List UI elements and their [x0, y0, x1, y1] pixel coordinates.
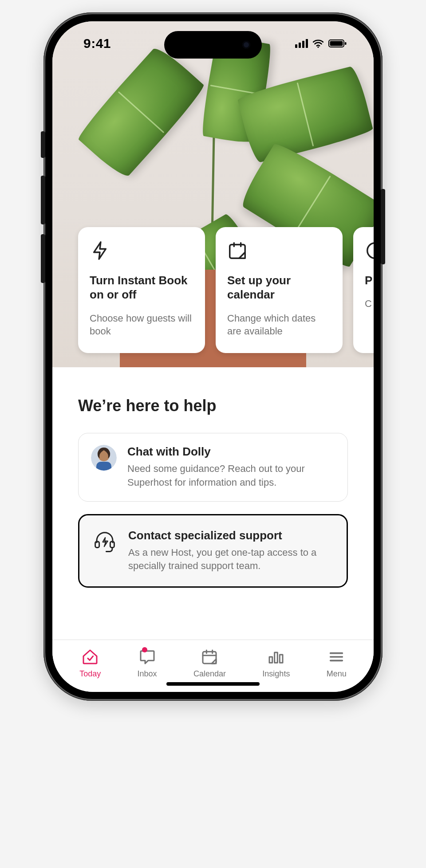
side-button — [381, 189, 385, 264]
battery-icon — [328, 39, 347, 48]
avatar — [91, 445, 117, 471]
cellular-icon — [295, 39, 308, 48]
card-title: Set up your calendar — [227, 273, 331, 302]
tile-chat-dolly[interactable]: Chat with Dolly Need some guidance? Reac… — [78, 433, 348, 502]
side-button — [41, 176, 45, 224]
tab-label: Today — [79, 669, 101, 679]
tab-label: Inbox — [138, 669, 157, 679]
tab-today[interactable]: Today — [79, 648, 101, 679]
tab-label: Insights — [262, 669, 290, 679]
svg-rect-15 — [280, 655, 283, 663]
headset-bolt-icon — [92, 529, 118, 554]
side-button — [41, 131, 45, 158]
screen: 9:41 — [52, 21, 374, 692]
svg-rect-2 — [330, 41, 343, 46]
calendar-icon — [227, 240, 248, 261]
card-title: Turn Instant Book on or off — [90, 273, 193, 302]
svg-rect-3 — [345, 42, 347, 45]
tile-subtitle: Need some guidance? Reach out to your Su… — [127, 462, 335, 490]
circle-icon — [365, 240, 374, 261]
tile-title: Contact specialized support — [128, 529, 334, 542]
svg-rect-13 — [269, 657, 272, 663]
wifi-icon — [312, 39, 324, 48]
bolt-icon — [90, 240, 110, 261]
svg-point-5 — [367, 243, 374, 258]
svg-rect-14 — [275, 652, 278, 663]
card-subtitle: C — [365, 297, 374, 310]
tile-specialized-support[interactable]: Contact specialized support As a new Hos… — [78, 514, 348, 588]
help-heading: We’re here to help — [78, 397, 348, 415]
status-time: 9:41 — [83, 36, 111, 51]
side-button — [41, 234, 45, 283]
tab-calendar[interactable]: Calendar — [193, 648, 226, 679]
phone-frame: 9:41 — [43, 12, 383, 701]
card-instant-book[interactable]: Turn Instant Book on or off Choose how g… — [78, 227, 205, 353]
card-calendar-setup[interactable]: Set up your calendar Change which dates … — [216, 227, 343, 353]
card-peek-next[interactable]: P C — [353, 227, 374, 353]
bar-chart-icon — [267, 648, 285, 666]
card-title: P — [365, 273, 374, 288]
card-subtitle: Choose how guests will book — [90, 312, 193, 338]
home-indicator[interactable] — [166, 682, 260, 686]
tab-insights[interactable]: Insights — [262, 648, 290, 679]
hero: Turn Instant Book on or off Choose how g… — [52, 21, 374, 367]
tab-label: Menu — [327, 669, 347, 679]
help-section: We’re here to help Chat with Dolly — [52, 367, 374, 640]
tile-subtitle: As a new Host, you get one-tap access to… — [128, 546, 334, 573]
tile-title: Chat with Dolly — [127, 445, 335, 459]
home-check-icon — [81, 648, 99, 666]
calendar-small-icon — [201, 648, 218, 666]
tab-menu[interactable]: Menu — [327, 648, 347, 679]
quick-actions-row[interactable]: Turn Instant Book on or off Choose how g… — [78, 227, 374, 353]
menu-icon — [327, 648, 345, 666]
card-subtitle: Change which dates are available — [227, 312, 331, 338]
svg-rect-9 — [96, 462, 111, 471]
dynamic-island — [164, 31, 262, 59]
svg-point-0 — [317, 47, 319, 48]
tab-label: Calendar — [193, 669, 226, 679]
tab-inbox[interactable]: Inbox — [138, 648, 157, 679]
notification-badge — [142, 647, 147, 652]
